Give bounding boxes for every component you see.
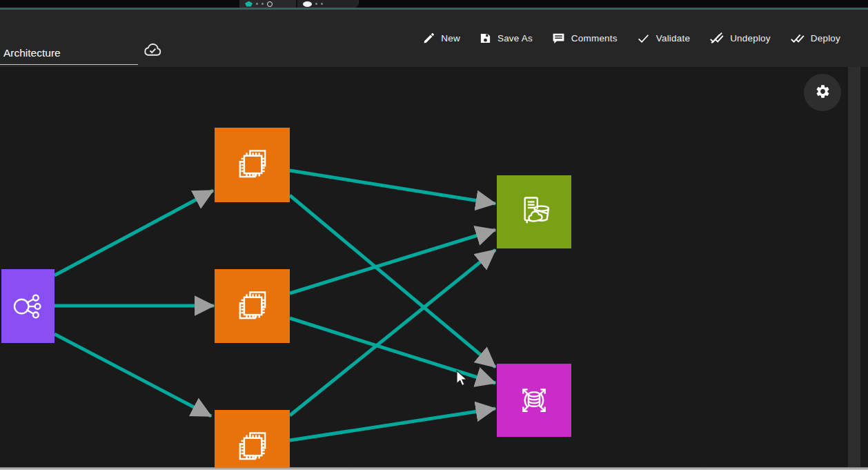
architecture-editor-window: New Save As Comments Validate Undeploy D… — [0, 0, 868, 470]
diagram-title-input[interactable] — [0, 44, 138, 65]
edge-load-balancer-to-instance-1[interactable] — [55, 190, 213, 275]
ec2-instance-icon — [233, 286, 273, 326]
vertical-scrollbar[interactable] — [848, 67, 860, 468]
edges-layer — [0, 67, 868, 470]
validate-button[interactable]: Validate — [637, 32, 690, 45]
edge-instance-3-to-database[interactable] — [290, 409, 495, 440]
ec2-instance-icon — [233, 145, 273, 185]
editor-toolbar: New Save As Comments Validate Undeploy D… — [0, 10, 868, 67]
edge-load-balancer-to-instance-3[interactable] — [55, 334, 211, 416]
browser-tab-1[interactable] — [239, 0, 296, 8]
load-balancer-node[interactable] — [1, 269, 55, 343]
tab-dot — [321, 3, 323, 5]
toolbar-button-label: Save As — [497, 33, 533, 43]
pencil-icon — [423, 32, 435, 44]
load-balancer-icon — [10, 288, 46, 324]
tab-dot — [315, 3, 317, 5]
deploy-button[interactable]: Deploy — [790, 31, 840, 46]
user-avatar-icon — [303, 1, 312, 7]
browser-tab-strip — [0, 0, 868, 8]
toolbar-button-label: Undeploy — [730, 33, 771, 43]
edge-instance-1-to-database[interactable] — [290, 195, 495, 367]
save-as-button[interactable]: Save As — [480, 32, 533, 44]
browser-tabs — [239, 0, 359, 8]
accent-divider — [0, 8, 868, 10]
toolbar-button-label: New — [441, 33, 460, 43]
edge-instance-3-to-storage[interactable] — [290, 250, 495, 415]
instance-3-node[interactable] — [215, 410, 290, 470]
diagram-canvas[interactable] — [0, 67, 868, 470]
check-icon — [637, 32, 650, 45]
toolbar-button-label: Comments — [571, 33, 618, 43]
browser-tab-2[interactable] — [296, 0, 357, 8]
comments-icon — [552, 32, 565, 45]
edge-instance-2-to-database[interactable] — [290, 318, 495, 383]
cloud-done-icon — [142, 40, 163, 63]
floppy-icon — [480, 32, 491, 44]
edge-instance-2-to-storage[interactable] — [290, 230, 495, 293]
toolbar-buttons: New Save As Comments Validate Undeploy D… — [423, 10, 840, 67]
database-node[interactable] — [497, 364, 571, 437]
ec2-instance-icon — [233, 427, 273, 467]
storage-server-bucket-icon — [514, 192, 554, 232]
new-button[interactable]: New — [423, 32, 460, 44]
edge-instance-1-to-storage[interactable] — [290, 170, 495, 204]
canvas-settings-button[interactable] — [804, 74, 841, 111]
database-scale-icon — [514, 380, 554, 420]
double-check-crossed-icon — [709, 31, 724, 46]
user-avatar-icon — [267, 1, 273, 7]
toolbar-button-label: Deploy — [811, 33, 840, 43]
toolbar-button-label: Validate — [656, 33, 690, 43]
tab-dot — [262, 3, 264, 5]
horizontal-scrollbar[interactable] — [0, 467, 868, 470]
teal-app-icon — [245, 1, 253, 7]
gear-icon — [815, 84, 831, 101]
storage-node[interactable] — [497, 175, 571, 248]
instance-2-node[interactable] — [215, 269, 290, 343]
undeploy-button[interactable]: Undeploy — [709, 31, 771, 46]
tab-dot — [256, 3, 258, 5]
instance-1-node[interactable] — [215, 128, 290, 202]
double-check-icon — [790, 31, 805, 46]
comments-button[interactable]: Comments — [552, 32, 618, 45]
